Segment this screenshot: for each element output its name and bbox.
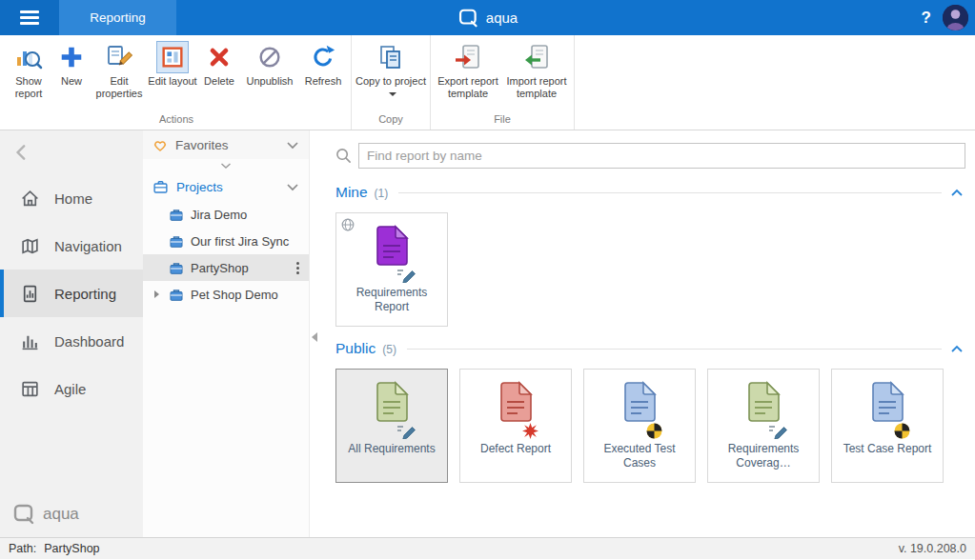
testcase-badge-icon: [646, 423, 662, 439]
report-card-executed-test-cases[interactable]: Executed Test Cases: [583, 369, 696, 483]
section-count-public: (5): [382, 341, 396, 356]
aqua-logo-icon: [457, 8, 478, 29]
requirement-edit-badge-icon: [768, 423, 787, 439]
hamburger-menu-button[interactable]: [0, 0, 59, 35]
new-button[interactable]: New: [52, 35, 91, 88]
public-cards-row: All Requirements: [335, 369, 965, 483]
project-context-menu-button[interactable]: [293, 260, 303, 276]
edit-properties-button[interactable]: Edit properties: [91, 35, 148, 100]
defect-badge-icon: [522, 423, 538, 439]
sidebar-item-home[interactable]: Home: [0, 174, 143, 222]
sidebar-item-dashboard[interactable]: Dashboard: [0, 317, 143, 365]
project-item-our-first-jira-sync[interactable]: Our first Jira Sync: [143, 228, 309, 254]
section-count-mine: (1): [375, 185, 389, 200]
report-card-requirements-report[interactable]: Requirements Report: [335, 212, 448, 327]
edit-properties-label: Edit properties: [91, 75, 148, 100]
path-value: PartyShop: [44, 542, 99, 555]
topbar: Reporting aqua ?: [0, 0, 975, 35]
unpublish-label: Unpublish: [247, 75, 294, 88]
copy-to-project-label: Copy to project: [355, 75, 427, 100]
report-card-defect-report[interactable]: Defect Report: [459, 369, 572, 483]
avatar-image: [943, 5, 968, 30]
favorites-label: Favorites: [175, 138, 229, 152]
sidebar-item-navigation-label: Navigation: [54, 238, 122, 254]
sidebar-item-reporting-label: Reporting: [54, 286, 116, 302]
refresh-icon: [308, 42, 338, 72]
bar-chart-icon: [20, 331, 40, 351]
section-collapse-chevron-public[interactable]: [948, 345, 965, 353]
sidebar-item-reporting[interactable]: Reporting: [0, 270, 143, 317]
projects-collapse-chevron[interactable]: [286, 180, 299, 194]
project-icon: [169, 288, 184, 302]
status-bar: Path: PartyShop v. 19.0.208.0: [0, 537, 975, 559]
heart-icon: [152, 138, 168, 152]
project-item-pet-shop-demo[interactable]: Pet Shop Demo: [143, 281, 309, 308]
search-icon: [335, 148, 352, 164]
collapse-sidebar-button[interactable]: [11, 142, 34, 163]
export-template-label: Export report template: [434, 75, 502, 100]
import-report-template-button[interactable]: Import report template: [502, 35, 571, 100]
project-item-label: Our first Jira Sync: [191, 234, 289, 249]
globe-icon: [341, 218, 355, 235]
delete-button[interactable]: Delete: [197, 35, 241, 88]
section-header-mine: Mine (1): [335, 184, 965, 201]
plus-icon: [56, 42, 87, 72]
favorites-collapse-chevron[interactable]: [286, 138, 299, 152]
delete-label: Delete: [204, 75, 234, 88]
report-card-label: Requirements Coverag…: [708, 442, 819, 470]
unpublish-button[interactable]: Unpublish: [241, 35, 298, 88]
project-item-jira-demo[interactable]: Jira Demo: [143, 201, 309, 228]
show-report-label: Show report: [5, 75, 52, 100]
show-report-button[interactable]: Show report: [5, 35, 52, 100]
sidebar-item-agile[interactable]: Agile: [0, 365, 143, 412]
report-card-test-case-report[interactable]: Test Case Report: [831, 369, 944, 483]
edit-layout-button[interactable]: Edit layout: [148, 35, 197, 88]
project-icon: [169, 208, 184, 222]
report-icon: [20, 284, 40, 304]
help-label: ?: [922, 9, 931, 28]
report-card-label: Test Case Report: [839, 442, 937, 456]
search-input[interactable]: [358, 143, 965, 169]
unpublish-icon: [254, 42, 285, 72]
module-sidebar: Home Navigation Reporting: [0, 130, 143, 537]
ribbon-toolbar: Show report New: [0, 35, 975, 130]
copy-to-project-button[interactable]: Copy to project: [355, 35, 427, 100]
chevron-left-icon: [11, 142, 32, 163]
ribbon-group-copy: Copy to project Copy: [352, 35, 431, 130]
report-card-all-requirements[interactable]: All Requirements: [335, 369, 448, 483]
sidebar-item-dashboard-label: Dashboard: [54, 333, 124, 350]
sidebar-item-navigation[interactable]: Navigation: [0, 222, 143, 270]
section-header-public: Public (5): [335, 340, 965, 357]
section-title-mine: Mine: [335, 184, 368, 201]
help-button[interactable]: ?: [922, 0, 931, 35]
map-icon: [20, 236, 40, 256]
favorites-header[interactable]: Favorites: [143, 130, 309, 159]
delete-x-icon: [204, 42, 234, 72]
project-item-label: Jira Demo: [191, 208, 247, 222]
home-icon: [20, 189, 40, 209]
aqua-footer-logo: aqua: [12, 503, 79, 526]
report-doc-icon-red: [498, 381, 534, 427]
projects-label: Projects: [176, 180, 223, 194]
collapse-tree-panel-button[interactable]: [312, 332, 317, 342]
aqua-footer-label: aqua: [43, 505, 79, 524]
export-report-template-button[interactable]: Export report template: [434, 35, 502, 100]
projects-tree-panel: Favorites Projects: [143, 130, 310, 537]
path-label: Path:: [9, 542, 36, 555]
refresh-button[interactable]: Refresh: [298, 35, 348, 88]
new-label: New: [61, 75, 82, 88]
ribbon-group-label-actions: Actions: [5, 111, 348, 130]
report-card-requirements-coverage[interactable]: Requirements Coverag…: [707, 369, 820, 483]
user-avatar[interactable]: [943, 5, 968, 30]
project-item-partyshop[interactable]: PartyShop: [143, 254, 309, 281]
favorites-splitter-handle[interactable]: [143, 159, 309, 172]
section-collapse-chevron-mine[interactable]: [948, 189, 965, 197]
tab-reporting[interactable]: Reporting: [59, 0, 176, 35]
ribbon-group-label-file: File: [434, 111, 571, 130]
reports-main-area: Mine (1): [310, 130, 975, 537]
tab-reporting-label: Reporting: [90, 10, 146, 25]
import-template-label: Import report template: [502, 75, 571, 100]
projects-header[interactable]: Projects: [143, 172, 309, 201]
expand-arrow-icon[interactable]: [151, 290, 162, 299]
ribbon-group-actions: Show report New: [2, 35, 352, 130]
